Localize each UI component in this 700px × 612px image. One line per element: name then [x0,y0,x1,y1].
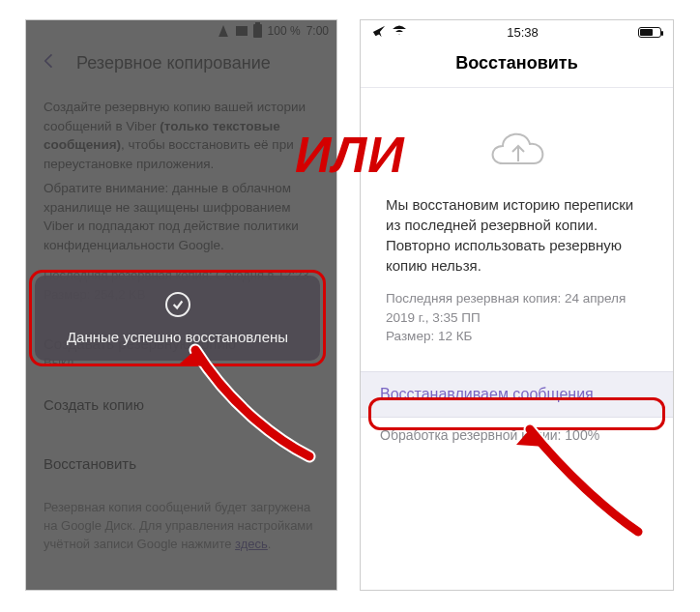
checkmark-icon [165,292,190,317]
cloud-upload-icon [483,123,551,171]
back-arrow-icon[interactable] [40,51,59,75]
android-status-bar: 100 % 7:00 [26,20,336,42]
backup-size-label: Размер: 12 КБ [386,327,648,346]
divider-label: ИЛИ [295,126,405,184]
battery-percent: 100 % [268,24,301,38]
ios-screen: 15:38 Восстановить Мы восстановим истори… [360,19,674,591]
here-link[interactable]: здесь [235,537,268,551]
android-footer: Резервная копия сообщений будет загружен… [26,485,336,568]
airplane-mode-icon [372,24,386,41]
restoring-banner: Восстанавливаем сообщения… [361,371,673,418]
ios-status-bar: 15:38 [361,20,673,44]
last-backup-label: Последняя резервная копия: 24 апреля 201… [386,289,648,327]
create-backup-button[interactable]: Создать копию [26,383,336,426]
processing-status: Обработка резервной копии: 100% [361,418,673,452]
wifi-icon [219,25,228,37]
toast-message: Данные успешно восстановлены [67,329,288,345]
wifi-icon [392,25,407,40]
restore-button[interactable]: Восстановить [26,442,336,485]
android-header: Резервное копирование [26,42,336,84]
status-time: 7:00 [306,24,329,38]
android-description: Создайте резервную копию вашей истории с… [26,84,336,305]
page-title: Восстановить [361,44,673,88]
battery-icon [638,27,661,38]
signal-icon [236,26,248,36]
ios-description: Мы восстановим историю переписки из посл… [361,194,673,276]
page-title: Резервное копирование [76,53,271,73]
success-toast: Данные успешно восстановлены [35,276,320,361]
ios-meta: Последняя резервная копия: 24 апреля 201… [361,276,673,346]
status-time: 15:38 [507,25,539,40]
battery-icon [253,24,262,38]
